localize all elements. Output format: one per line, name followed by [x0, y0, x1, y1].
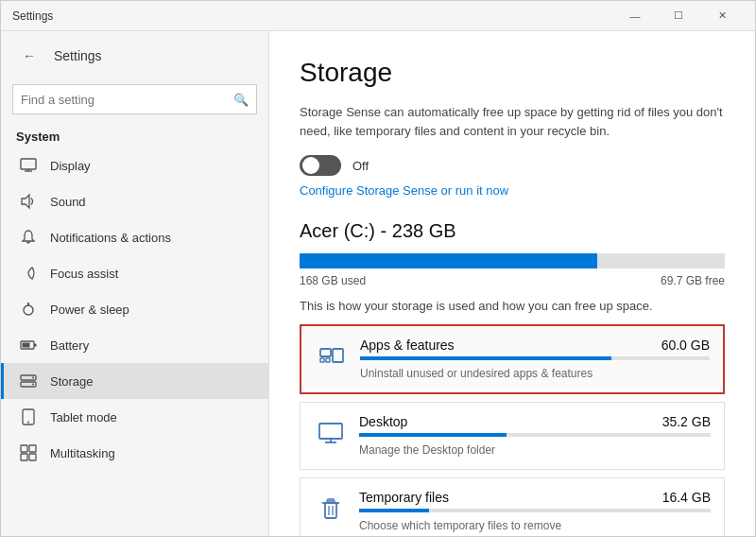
sidebar-item-display-label: Display [50, 159, 91, 173]
maximize-button[interactable]: ☐ [657, 1, 700, 31]
storage-info-text: This is how your storage is used and how… [300, 299, 725, 313]
storage-item-apps[interactable]: Apps & features 60.0 GB Uninstall unused… [300, 324, 725, 394]
desktop-item-header: Desktop 35.2 GB [359, 414, 711, 429]
storage-item-desktop[interactable]: Desktop 35.2 GB Manage the Desktop folde… [300, 402, 725, 470]
temp-item-name: Temporary files [359, 490, 449, 505]
search-box[interactable]: 🔍 [12, 84, 257, 114]
power-icon [20, 301, 37, 318]
apps-item-size: 60.0 GB [662, 338, 710, 353]
back-button[interactable]: ← [16, 43, 43, 69]
sidebar-item-storage-label: Storage [50, 374, 94, 389]
apps-icon [315, 339, 349, 373]
sidebar-item-storage[interactable]: Storage [1, 363, 268, 399]
desktop-item-body: Desktop 35.2 GB Manage the Desktop folde… [359, 414, 711, 458]
apps-bar [360, 356, 710, 360]
storage-sense-toggle[interactable] [300, 155, 341, 176]
settings-window: Settings — ☐ ✕ ← Settings 🔍 System Displ… [0, 0, 756, 537]
svg-rect-22 [333, 349, 343, 362]
focus-icon [20, 265, 37, 282]
desktop-item-size: 35.2 GB [662, 414, 711, 429]
apps-item-desc: Uninstall unused or undesired apps & fea… [360, 367, 593, 380]
drive-storage-bar [300, 253, 725, 268]
sidebar-item-notifications-label: Notifications & actions [50, 231, 171, 245]
desktop-bar-fill [359, 433, 507, 437]
svg-rect-16 [29, 445, 36, 452]
sidebar-item-sound[interactable]: Sound [1, 183, 268, 219]
drive-title: Acer (C:) - 238 GB [300, 220, 725, 242]
desktop-item-desc: Manage the Desktop folder [359, 443, 495, 457]
desktop-bar [359, 433, 711, 437]
sidebar: ← Settings 🔍 System Display Sound [1, 31, 269, 536]
temp-item-header: Temporary files 16.4 GB [359, 490, 711, 505]
search-input[interactable] [21, 93, 233, 107]
svg-marker-3 [22, 195, 29, 208]
sidebar-item-notifications[interactable]: Notifications & actions [1, 219, 268, 255]
storage-bar-labels: 168 GB used 69.7 GB free [300, 274, 725, 287]
temp-icon [314, 492, 348, 526]
display-icon [20, 157, 37, 174]
sidebar-header: ← Settings [1, 31, 268, 80]
toggle-row: Off [300, 155, 725, 176]
apps-item-name: Apps & features [360, 338, 455, 353]
sidebar-item-multitasking[interactable]: Multitasking [1, 435, 268, 471]
svg-rect-8 [23, 343, 30, 348]
multitasking-icon [20, 444, 37, 461]
svg-rect-17 [21, 454, 27, 460]
sidebar-item-power[interactable]: Power & sleep [1, 291, 268, 327]
free-label: 69.7 GB free [661, 274, 725, 287]
sidebar-item-sound-label: Sound [50, 195, 86, 209]
toggle-thumb [302, 157, 319, 174]
svg-rect-18 [29, 454, 36, 460]
svg-rect-21 [326, 358, 330, 362]
svg-rect-0 [21, 159, 36, 169]
close-button[interactable]: ✕ [700, 1, 744, 31]
svg-point-12 [32, 384, 34, 386]
svg-rect-23 [319, 424, 342, 439]
sound-icon [20, 193, 37, 210]
page-title: Storage [300, 58, 725, 88]
svg-rect-15 [21, 445, 27, 452]
sidebar-item-focus-label: Focus assist [50, 267, 118, 281]
tablet-icon [20, 408, 37, 425]
desktop-item-name: Desktop [359, 414, 407, 429]
svg-rect-20 [320, 358, 324, 362]
temp-bar-fill [359, 509, 429, 512]
temp-item-body: Temporary files 16.4 GB Choose which tem… [359, 490, 711, 533]
drive-used-bar [300, 253, 597, 268]
minimize-button[interactable]: — [613, 1, 657, 31]
content-area: ← Settings 🔍 System Display Sound [1, 31, 755, 536]
toggle-label: Off [352, 159, 369, 173]
sidebar-item-power-label: Power & sleep [50, 303, 129, 317]
svg-point-4 [24, 305, 33, 315]
svg-point-11 [32, 377, 34, 379]
configure-link[interactable]: Configure Storage Sense or run it now [300, 183, 725, 198]
apps-item-body: Apps & features 60.0 GB Uninstall unused… [360, 338, 710, 381]
storage-item-temp[interactable]: Temporary files 16.4 GB Choose which tem… [300, 477, 725, 536]
temp-bar [359, 509, 711, 512]
titlebar: Settings — ☐ ✕ [1, 1, 755, 31]
apps-bar-fill [360, 356, 611, 360]
used-label: 168 GB used [300, 274, 366, 287]
search-icon: 🔍 [233, 93, 249, 107]
apps-item-header: Apps & features 60.0 GB [360, 338, 710, 353]
storage-sense-description: Storage Sense can automatically free up … [300, 103, 725, 140]
storage-icon [20, 372, 37, 390]
titlebar-controls: — ☐ ✕ [613, 1, 744, 31]
system-label: System [1, 122, 268, 147]
sidebar-item-tablet[interactable]: Tablet mode [1, 399, 268, 435]
temp-item-desc: Choose which temporary files to remove [359, 519, 561, 532]
sidebar-item-focus[interactable]: Focus assist [1, 255, 268, 291]
svg-rect-7 [34, 344, 37, 347]
sidebar-item-battery[interactable]: Battery [1, 327, 268, 363]
main-content: Storage Storage Sense can automatically … [269, 31, 755, 536]
titlebar-title: Settings [12, 9, 613, 23]
svg-point-14 [27, 422, 29, 424]
notifications-icon [20, 229, 37, 246]
sidebar-item-multitasking-label: Multitasking [50, 446, 115, 460]
battery-icon [20, 337, 37, 354]
sidebar-item-battery-label: Battery [50, 338, 89, 353]
sidebar-item-display[interactable]: Display [1, 147, 268, 183]
desktop-item-icon [314, 416, 348, 450]
sidebar-app-title: Settings [54, 48, 102, 63]
temp-item-size: 16.4 GB [662, 490, 711, 505]
